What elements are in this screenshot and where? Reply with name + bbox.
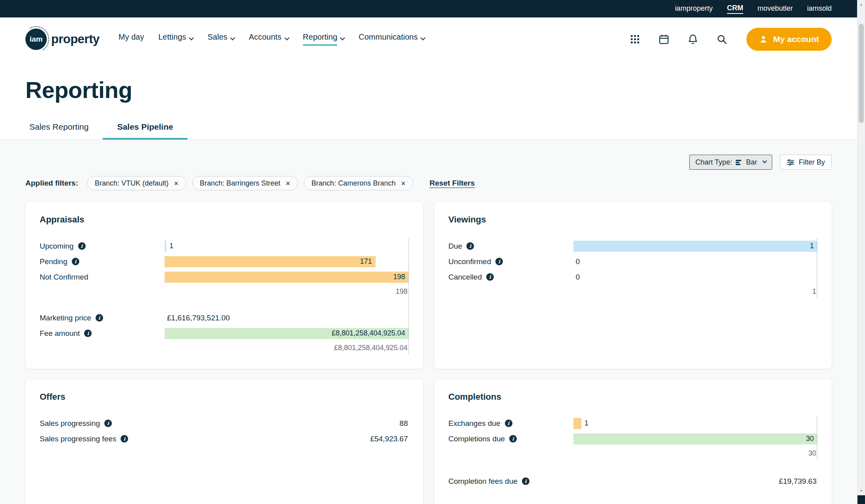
metric-value: 171	[360, 257, 372, 266]
my-account-button[interactable]: My account	[746, 28, 832, 51]
search-icon[interactable]	[715, 33, 728, 46]
filter-chip: Branch: VTUK (default)✕	[87, 176, 186, 190]
card-appraisals: AppraisalsUpcomingi1Pendingi171Not Confi…	[25, 202, 423, 369]
content: Chart Type: Bar Filter By Applied filter…	[0, 140, 857, 504]
metric-bar: 30	[573, 433, 818, 445]
chart-area: Sales progressingi88Sales progressing fe…	[40, 416, 409, 447]
info-icon[interactable]: i	[96, 314, 103, 322]
chevron-down-icon	[762, 159, 767, 163]
info-icon[interactable]: i	[84, 330, 92, 337]
metric-row: Not Confirmed198	[40, 269, 409, 285]
remove-filter-icon[interactable]: ✕	[174, 180, 179, 186]
product-link-iamproperty[interactable]: iamproperty	[675, 4, 713, 13]
metric-label: Completions duei	[449, 435, 573, 443]
metric-row: Marketing pricei£1,616,793,521.00	[40, 310, 409, 326]
metric-row: Unconfirmedi0	[449, 254, 818, 269]
card-title: Appraisals	[40, 215, 409, 225]
user-icon	[759, 35, 768, 44]
tab-sales-reporting[interactable]: Sales Reporting	[25, 122, 103, 140]
metric-value-area: 0	[573, 272, 818, 283]
logo-circle-text: iam	[30, 35, 43, 44]
metric-value: 1	[169, 242, 173, 250]
remove-filter-icon[interactable]: ✕	[286, 180, 291, 186]
remove-filter-icon[interactable]: ✕	[401, 180, 406, 186]
metric-value: £8,801,258,404,925.04	[332, 329, 405, 337]
chart-controls: Chart Type: Bar Filter By	[25, 140, 832, 170]
filter-by-label: Filter By	[799, 158, 825, 167]
metric-label: Marketing pricei	[40, 314, 165, 322]
nav-item-reporting[interactable]: Reporting	[303, 33, 345, 46]
logo-mark: iam	[25, 29, 47, 50]
chart-area: Exchanges duei1Completions duei3030	[449, 416, 818, 460]
info-icon[interactable]: i	[104, 420, 112, 427]
metric-value: 1	[810, 242, 814, 250]
metric-value: 0	[573, 257, 580, 266]
metric-label: Exchanges duei	[449, 419, 573, 428]
scrollbar-thumb[interactable]	[859, 24, 864, 123]
metric-value-area: 30	[573, 433, 818, 445]
product-link-movebutler[interactable]: movebutler	[758, 4, 793, 13]
calendar-icon[interactable]	[657, 33, 670, 46]
axis-max-label: 30	[449, 447, 818, 460]
info-icon[interactable]: i	[121, 435, 128, 443]
reset-filters-link[interactable]: Reset Filters	[430, 179, 475, 188]
metric-label: Pendingi	[40, 257, 165, 266]
apps-grid-icon[interactable]	[628, 33, 641, 46]
info-icon[interactable]: i	[486, 273, 494, 281]
chevron-down-icon	[284, 35, 290, 40]
scroll-down-arrow-icon[interactable]: ▼	[857, 487, 865, 495]
metric-value-area: 1	[165, 241, 409, 252]
iamproperty-logo[interactable]: iam property	[25, 29, 100, 50]
metric-label: Sales progressing feesi	[40, 435, 165, 443]
metric-bar: 171	[165, 256, 376, 267]
nav-item-sales[interactable]: Sales	[207, 33, 234, 46]
page-title: Reporting	[25, 77, 832, 103]
chevron-down-icon	[189, 35, 194, 40]
metric-label: Upcomingi	[40, 242, 165, 251]
metric-row: Upcomingi1	[40, 238, 409, 254]
metric-value-area: 88	[165, 418, 409, 429]
product-link-crm[interactable]: CRM	[727, 4, 743, 14]
product-link-iamsold[interactable]: iamsold	[807, 4, 832, 13]
scrollbar[interactable]: ▲ ▼	[857, 0, 865, 504]
scroll-up-arrow-icon[interactable]: ▲	[857, 0, 865, 9]
metric-row: Exchanges duei1	[449, 416, 818, 431]
info-icon[interactable]: i	[495, 258, 503, 265]
notifications-bell-icon[interactable]	[686, 33, 699, 46]
nav-item-label: Communications	[359, 33, 418, 46]
metric-value: £19,739.63	[779, 477, 817, 486]
nav-item-accounts[interactable]: Accounts	[249, 33, 288, 46]
nav-item-communications[interactable]: Communications	[359, 33, 425, 46]
filter-chip-label: Branch: Barringers Street	[200, 179, 280, 188]
metric-value: 1	[585, 419, 589, 427]
nav-item-lettings[interactable]: Lettings	[158, 33, 193, 46]
metric-value-area: £1,616,793,521.00	[165, 312, 409, 324]
app-header: iam property My dayLettingsSalesAccounts…	[0, 17, 857, 61]
tab-sales-pipeline[interactable]: Sales Pipeline	[103, 122, 187, 140]
info-icon[interactable]: i	[72, 258, 79, 265]
report-cards: AppraisalsUpcomingi1Pendingi171Not Confi…	[25, 202, 832, 504]
extra-rows: Completion fees duei£19,739.63	[449, 473, 818, 489]
chart-area: Duei1Unconfirmedi0Cancelledi01	[449, 238, 818, 298]
applied-filters-label: Applied filters:	[25, 179, 78, 188]
axis-max-label: £8,801,258,404,925.04	[40, 341, 409, 355]
chart-type-value: Bar	[746, 158, 757, 167]
info-icon[interactable]: i	[466, 242, 474, 250]
filter-by-button[interactable]: Filter By	[780, 155, 832, 170]
bar-chart-icon	[736, 159, 742, 165]
metric-value: 0	[573, 273, 580, 282]
chart-type-dropdown[interactable]: Chart Type: Bar	[689, 155, 772, 170]
info-icon[interactable]: i	[522, 477, 529, 485]
metric-value-area: 198	[165, 272, 409, 283]
info-icon[interactable]: i	[78, 242, 86, 250]
metric-row: Completion fees duei£19,739.63	[449, 473, 818, 489]
metric-value-area: £8,801,258,404,925.04	[165, 328, 409, 339]
metric-bar: £8,801,258,404,925.04	[165, 328, 409, 339]
filter-sliders-icon	[787, 159, 794, 166]
info-icon[interactable]: i	[509, 435, 517, 443]
header-actions: My account	[628, 28, 832, 51]
card-title: Offers	[40, 392, 409, 402]
nav-item-my-day[interactable]: My day	[119, 33, 144, 46]
info-icon[interactable]: i	[505, 420, 512, 427]
metric-row: Completions duei30	[449, 431, 818, 447]
